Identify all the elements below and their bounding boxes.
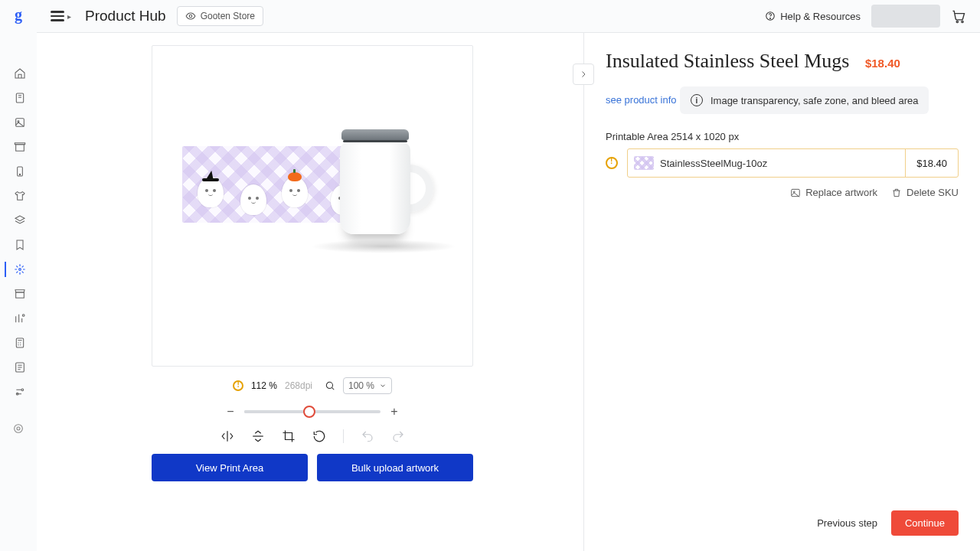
product-title: Insulated Stainless Steel Mugs [606, 50, 849, 72]
view-print-area-button[interactable]: View Print Area [152, 454, 308, 481]
nav-calculator-icon[interactable] [5, 335, 32, 350]
preview-frame[interactable] [152, 45, 473, 367]
nav-hub-icon[interactable] [5, 262, 32, 277]
svg-point-16 [956, 21, 958, 22]
image-icon [790, 187, 801, 198]
undo-icon[interactable] [361, 429, 374, 443]
transparency-info-chip[interactable]: i Image transparency, safe zone, and ble… [680, 86, 929, 114]
nav-products-icon[interactable] [5, 115, 32, 130]
see-product-info-link[interactable]: see product info [606, 94, 677, 106]
hamburger-icon [51, 11, 64, 21]
main-area: 112 % 268dpi 100 % − + [37, 33, 980, 551]
zoom-value-label: 100 % [348, 380, 374, 391]
cart-icon [951, 8, 966, 24]
svg-point-15 [770, 18, 771, 18]
svg-point-5 [19, 269, 21, 271]
zoom-slider: − + [224, 405, 400, 419]
product-price: $18.40 [865, 57, 900, 70]
sku-warning-icon [606, 157, 618, 169]
store-selector-button[interactable]: Gooten Store [177, 6, 263, 26]
svg-rect-0 [16, 93, 23, 103]
svg-point-4 [19, 174, 20, 174]
nav-bookmark-icon[interactable] [5, 237, 32, 253]
left-nav-rail: g [0, 0, 37, 551]
nav-device-icon[interactable] [5, 164, 32, 179]
account-placeholder[interactable] [871, 5, 940, 28]
flip-vertical-icon[interactable] [251, 429, 265, 443]
svg-point-11 [15, 425, 23, 433]
resolution-warning-icon [233, 380, 243, 391]
nav-store-icon[interactable] [5, 286, 32, 302]
scale-percent-label: 112 % [251, 380, 277, 391]
rotate-icon[interactable] [312, 429, 326, 443]
mockup-artwork [182, 129, 443, 282]
cart-button[interactable] [951, 8, 966, 24]
nav-shirt-icon[interactable] [5, 188, 32, 204]
menu-toggle[interactable]: ▸ [51, 11, 71, 21]
flip-horizontal-icon[interactable] [220, 429, 234, 443]
sku-thumbnail [634, 156, 654, 170]
svg-point-9 [21, 389, 24, 391]
dpi-label: 268dpi [285, 380, 312, 391]
crop-icon[interactable] [282, 429, 296, 443]
info-icon: i [691, 94, 703, 106]
help-label: Help & Resources [780, 11, 861, 22]
nav-archive-icon[interactable] [5, 139, 32, 155]
logo: g [10, 6, 27, 23]
store-name-label: Gooten Store [201, 11, 255, 21]
chevron-down-icon [379, 382, 387, 390]
nav-settings-icon[interactable] [5, 384, 32, 399]
sku-price-label: $18.40 [905, 149, 958, 177]
zoom-track[interactable] [244, 410, 381, 413]
zoom-thumb[interactable] [303, 406, 315, 418]
caret-right-icon: ▸ [67, 12, 71, 21]
nav-home-icon[interactable] [5, 66, 32, 81]
eye-icon [185, 11, 196, 21]
svg-point-17 [962, 21, 963, 22]
previous-step-link[interactable]: Previous step [817, 517, 877, 529]
delete-sku-label: Delete SKU [906, 187, 959, 198]
nav-analytics-icon[interactable] [5, 311, 32, 326]
sku-name-label: StainlessSteelMug-10oz [660, 158, 905, 169]
continue-button[interactable]: Continue [891, 510, 959, 536]
svg-point-2 [18, 121, 19, 122]
mug-mockup [334, 129, 426, 252]
sku-box[interactable]: StainlessSteelMug-10oz $18.40 [627, 148, 959, 178]
bulk-upload-button[interactable]: Bulk upload artwork [317, 454, 473, 481]
svg-point-13 [189, 15, 192, 18]
nav-billing-icon[interactable] [5, 360, 32, 375]
delete-sku-link[interactable]: Delete SKU [891, 187, 959, 198]
svg-rect-19 [792, 189, 800, 196]
page-title: Product Hub [85, 8, 166, 24]
svg-point-12 [17, 427, 20, 430]
help-link[interactable]: Help & Resources [765, 11, 861, 22]
canvas-column: 112 % 268dpi 100 % − + [37, 33, 584, 551]
details-column: Insulated Stainless Steel Mugs $18.40 se… [584, 33, 980, 551]
editor-controls: 112 % 268dpi 100 % − + [152, 377, 473, 481]
trash-icon [891, 187, 902, 198]
top-bar: ▸ Product Hub Gooten Store Help & Resour… [37, 0, 980, 33]
svg-point-6 [22, 315, 24, 317]
nav-orders-icon[interactable] [5, 90, 32, 106]
zoom-out-button[interactable]: − [224, 405, 237, 419]
zoom-select[interactable]: 100 % [343, 377, 392, 394]
transform-tools [220, 429, 405, 443]
nav-target-icon[interactable] [12, 422, 24, 435]
printable-area-label: Printable Area 2514 x 1020 px [606, 131, 959, 142]
svg-point-18 [326, 382, 332, 388]
zoom-in-button[interactable]: + [388, 405, 400, 419]
info-chip-label: Image transparency, safe zone, and bleed… [710, 95, 919, 106]
replace-artwork-label: Replace artwork [805, 187, 877, 198]
sku-row: StainlessSteelMug-10oz $18.40 [606, 148, 959, 178]
nav-layers-icon[interactable] [5, 213, 32, 228]
redo-icon[interactable] [391, 429, 405, 443]
magnifier-icon [325, 380, 335, 391]
rail-icons-group [5, 66, 32, 399]
replace-artwork-link[interactable]: Replace artwork [790, 187, 877, 198]
step-footer: Previous step Continue [817, 510, 959, 536]
help-icon [765, 11, 776, 21]
